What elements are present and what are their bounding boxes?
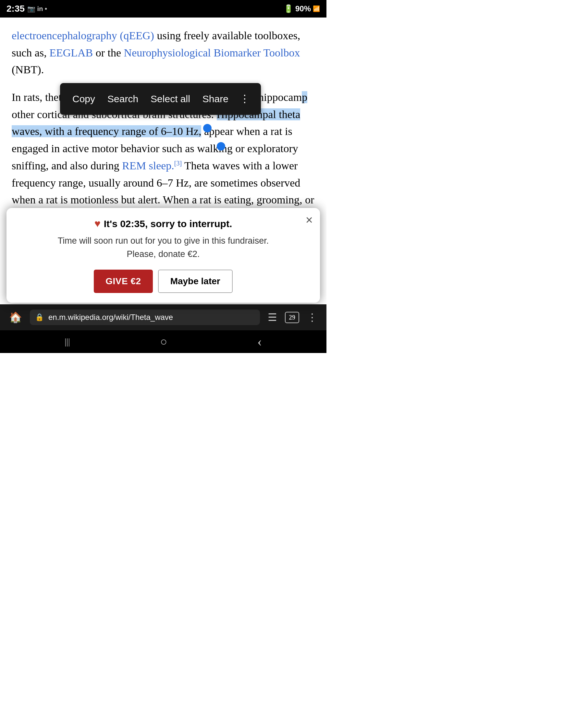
maybe-later-button[interactable]: Maybe later xyxy=(158,270,233,293)
para1-text3: (NBT). xyxy=(12,64,44,76)
status-left: 2:35 📷 in • xyxy=(6,4,47,14)
selection-handle-end[interactable] xyxy=(217,142,225,151)
heart-icon: ♥ xyxy=(94,218,101,230)
context-select-all[interactable]: Select all xyxy=(146,89,195,109)
para1-text2: or the xyxy=(93,47,124,59)
paragraph-1: electroencephalography (qEEG) using free… xyxy=(12,27,315,79)
popup-subtitle-line2: Please, donate €2. xyxy=(126,249,200,259)
status-time: 2:35 xyxy=(6,4,25,14)
back-button[interactable]: ‹ xyxy=(255,331,265,352)
home-button[interactable]: ○ xyxy=(158,332,170,351)
battery-level: 90% xyxy=(295,4,311,13)
context-more-icon[interactable]: ⋮ xyxy=(236,88,253,110)
recent-apps-button[interactable]: ||| xyxy=(62,334,73,349)
context-copy[interactable]: Copy xyxy=(68,89,100,109)
rem-sleep-link[interactable]: REM sleep. xyxy=(122,160,174,172)
status-icons: 📷 in • xyxy=(27,5,47,13)
eeglab-link[interactable]: EEGLAB xyxy=(49,47,93,59)
home-icon[interactable]: 🏠 xyxy=(6,309,25,326)
popup-close-button[interactable]: × xyxy=(306,214,313,226)
url-bar[interactable]: 🔒 en.m.wikipedia.org/wiki/Theta_wave xyxy=(30,310,260,325)
android-nav-bar: ||| ○ ‹ xyxy=(0,330,326,353)
qeeg-link[interactable]: electroencephalography (qEEG) xyxy=(12,30,154,42)
reader-mode-icon[interactable]: ☰ xyxy=(265,309,280,326)
lock-icon: 🔒 xyxy=(35,313,44,321)
popup-subtitle-line1: Time will soon run out for you to give i… xyxy=(58,236,269,246)
ref-3[interactable]: [3] xyxy=(174,159,182,166)
nbt-link[interactable]: Neurophysiological Biomarker Toolbox xyxy=(124,47,300,59)
popup-buttons: GIVE €2 Maybe later xyxy=(16,270,310,293)
signal-icon: 📶 xyxy=(313,5,320,12)
browser-bottom-bar: 🏠 🔒 en.m.wikipedia.org/wiki/Theta_wave ☰… xyxy=(0,304,326,330)
para2-overlap: p xyxy=(302,91,307,103)
context-share[interactable]: Share xyxy=(198,89,233,109)
popup-title-line: ♥ It's 02:35, sorry to interrupt. xyxy=(16,218,310,230)
tabs-button[interactable]: 29 xyxy=(285,312,299,323)
context-search[interactable]: Search xyxy=(103,89,143,109)
status-right: 🔋 90% 📶 xyxy=(284,4,320,13)
menu-icon[interactable]: ⋮ xyxy=(304,309,320,326)
popup-subtitle: Time will soon run out for you to give i… xyxy=(16,234,310,261)
selection-handle-start[interactable] xyxy=(203,124,211,132)
battery-icon: 🔋 xyxy=(284,4,293,13)
popup-title: It's 02:35, sorry to interrupt. xyxy=(104,218,232,229)
url-text: en.m.wikipedia.org/wiki/Theta_wave xyxy=(48,313,255,322)
donation-popup: × ♥ It's 02:35, sorry to interrupt. Time… xyxy=(6,208,320,303)
give-button[interactable]: GIVE €2 xyxy=(94,270,153,293)
context-menu-toolbar: Copy Search Select all Share ⋮ xyxy=(60,83,261,115)
status-bar: 2:35 📷 in • 🔋 90% 📶 xyxy=(0,0,326,17)
